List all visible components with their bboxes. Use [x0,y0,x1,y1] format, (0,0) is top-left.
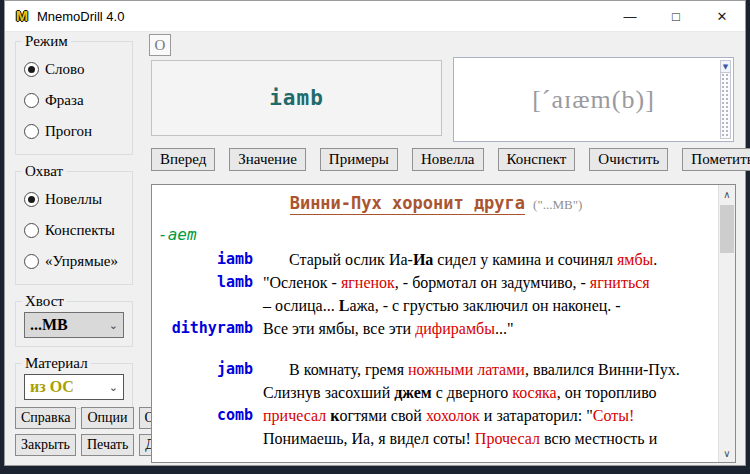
scroll-thumb[interactable] [720,205,734,253]
story-text-segment: ямбы [617,251,653,268]
story-text-segment: всю местность и [540,430,657,447]
mode-group-label: Режим [22,33,71,50]
radio-option-label: Прогон [45,123,92,140]
scroll-arrow-icon[interactable]: ▼ [720,60,731,73]
story-area[interactable]: Винни-Пух хоронит друга("...МВ") -aem ia… [151,184,736,463]
radio-icon [24,124,39,139]
maximize-button[interactable]: □ [653,1,699,31]
radio-icon [24,192,39,207]
story-keyword [156,294,253,317]
examples-button[interactable]: Примеры [320,148,398,171]
chevron-down-icon: ⌄ [109,381,118,394]
material-dropdown-value: из ОС [30,378,74,396]
novella-button[interactable]: Новелла [412,148,484,171]
story-text-segment: , он торопливо [557,384,657,401]
story-text-segment: джем [394,384,431,401]
scope-group: ОхватНовеллыКонспекты«Упрямые» [15,171,133,285]
story-text-segment: ягниться [590,274,650,291]
story-row: – ослица... Lажа, - с грустью заключил о… [156,294,716,317]
story-row: jambВ комнату, гремя ножными латами, вва… [156,358,716,381]
tail-group: Хвост ...МВ ⌄ [15,301,133,347]
story-tail-note: ("...МВ") [533,197,582,212]
transcription-scrollbar[interactable]: ▼ [720,60,731,139]
scope-group-label: Охват [22,163,66,180]
radio-groups: РежимСловоФразаПрогонОхватНовеллыКонспек… [15,41,133,285]
story-keyword: dithyramb [156,317,253,340]
close-button[interactable]: ✕ [699,1,745,31]
close-app-button[interactable]: Закрыть [15,434,76,456]
radio-option-label: Конспекты [45,222,115,239]
radio-icon [24,254,39,269]
titlebar: M MnemoDrill 4.0 — □ ✕ [5,1,745,32]
toolbar: ВпередЗначениеПримерыНовеллаКонспектОчис… [151,148,750,171]
window-controls: — □ ✕ [607,1,745,31]
story-text-segment: ножными латами [408,361,525,378]
radio-option[interactable]: Конспекты [24,222,124,239]
story-text-segment: сидел у камина и сочинял [433,251,617,268]
story-text-segment: . [653,251,657,268]
ending-label: -aem [158,225,716,246]
radio-icon [24,93,39,108]
story-content: Винни-Пух хоронит друга("...МВ") -aem ia… [152,185,718,450]
story-text-line: Старый ослик Иа-Иа сидел у камина и сочи… [253,248,657,271]
story-scrollbar[interactable]: ∧ ∨ [718,185,735,462]
story-text-segment: с дверного [432,384,513,401]
story-keyword [156,427,253,450]
story-text-line: Все эти ямбы, все эти дифирамбы..." [253,317,513,340]
story-text-line: Слизнув засохший джем с дверного косяка,… [253,381,657,404]
radio-option[interactable]: Фраза [24,92,124,109]
current-word: iamb [269,86,324,110]
print-button[interactable]: Печать [81,434,134,456]
story-row: lamb"Осленок - ягненок, - бормотал он за… [156,271,716,294]
story-text-segment: , - бормотал он задумчиво, - [395,274,590,291]
mark-button[interactable]: Пометить [682,148,750,171]
story-text-segment: Старый ослик Иа- [289,251,413,268]
radio-option[interactable]: Слово [24,61,124,78]
sidebar: РежимСловоФразаПрогонОхватНовеллыКонспек… [15,41,133,425]
story-title-line: Винни-Пух хоронит друга("...МВ") [156,193,716,213]
story-title: Винни-Пух хоронит друга [290,193,525,215]
story-text-segment: В комнату, гремя [289,361,408,378]
forward-button[interactable]: Вперед [151,148,215,171]
transcription-panel: [´aɪæm(b)] ▼ [453,57,734,142]
radio-icon [24,62,39,77]
radio-option[interactable]: «Упрямые» [24,253,124,270]
story-text-segment: косяка [512,384,556,401]
clear-button[interactable]: Очистить [589,148,668,171]
sidebar-buttons: СправкаОпцииОСЗакрытьПечатьДС [15,407,149,461]
material-dropdown[interactable]: из ОС ⌄ [24,374,124,400]
story-row [156,340,716,358]
synopsis-button[interactable]: Конспект [498,148,576,171]
story-text-segment: ..." [495,320,514,337]
story-text-segment: огтями свой [339,407,426,424]
story-keyword: iamb [156,248,253,271]
radio-option-label: Новеллы [45,191,102,208]
radio-option[interactable]: Прогон [24,123,124,140]
chevron-down-icon: ⌄ [109,319,118,332]
story-text-line: В комнату, гремя ножными латами, ввалилс… [253,358,680,381]
transcription-text: [´aɪæm(b)] [532,85,655,115]
story-keyword: jamb [156,358,253,381]
story-row: iambСтарый ослик Иа-Иа сидел у камина и … [156,248,716,271]
story-keyword: comb [156,404,253,427]
story-text-line: – ослица... Lажа, - с грустью заключил о… [253,294,621,317]
story-text-segment: Соты! [593,407,635,424]
story-rows: iambСтарый ослик Иа-Иа сидел у камина и … [156,248,716,450]
story-text-segment: дифирамбы [415,320,495,337]
story-row: Слизнув засохший джем с дверного косяка,… [156,381,716,404]
tail-dropdown[interactable]: ...МВ ⌄ [24,312,124,338]
help-button[interactable]: Справка [15,407,76,429]
story-text-segment: Прочесал [475,430,540,447]
scroll-up-icon[interactable]: ∧ [719,186,735,202]
meaning-button[interactable]: Значение [229,148,306,171]
minimize-button[interactable]: — [607,1,653,31]
story-keyword [156,381,253,404]
options-button[interactable]: Опции [81,407,133,429]
scroll-down-icon[interactable]: ∨ [719,445,735,461]
radio-option[interactable]: Новеллы [24,191,124,208]
story-text-line: Понимаешь, Иа, я видел соты! Прочесал вс… [253,427,657,450]
story-text-segment: – ослица... [263,297,339,314]
radio-option-label: «Упрямые» [45,253,118,270]
o-button[interactable]: O [149,34,171,56]
story-text-segment: "Осленок - [263,274,341,291]
